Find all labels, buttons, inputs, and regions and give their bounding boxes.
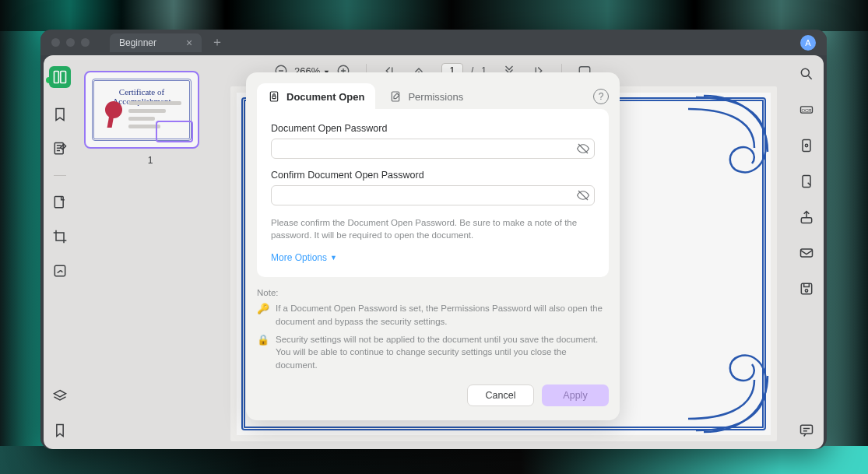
- cancel-button[interactable]: Cancel: [467, 384, 534, 406]
- tab-document-open[interactable]: Document Open: [257, 83, 375, 110]
- confirm-password-label: Confirm Document Open Password: [271, 170, 595, 181]
- tab-title: Beginner: [119, 37, 156, 48]
- note-text-2: Security settings will not be applied to…: [276, 333, 609, 372]
- confirm-password-input[interactable]: [271, 185, 595, 205]
- permissions-icon: [389, 90, 402, 103]
- new-tab-button[interactable]: ＋: [211, 34, 223, 51]
- more-options-toggle[interactable]: More Options ▼: [271, 252, 595, 263]
- password-helper-text: Please confirm the Document Open Passwor…: [271, 216, 595, 241]
- apply-button[interactable]: Apply: [542, 384, 609, 406]
- security-dialog: Document Open Permissions ? Document Ope…: [246, 72, 620, 420]
- show-password-icon[interactable]: [576, 142, 590, 156]
- traffic-close[interactable]: [51, 38, 60, 47]
- note-heading: Note:: [257, 288, 609, 297]
- tab-permissions[interactable]: Permissions: [378, 83, 474, 110]
- svg-rect-19: [270, 92, 277, 101]
- svg-rect-20: [272, 96, 276, 98]
- password-label: Document Open Password: [271, 123, 595, 134]
- traffic-max[interactable]: [81, 38, 90, 47]
- workspace: OCR 266% ▼ / 1: [44, 55, 824, 449]
- show-password-icon[interactable]: [576, 188, 590, 202]
- app-window: Beginner × ＋ A OCR: [40, 30, 827, 449]
- avatar-letter: A: [805, 38, 810, 47]
- key-icon: 🔑: [257, 302, 269, 328]
- note-text-1: If a Document Open Password is set, the …: [276, 302, 609, 328]
- titlebar: Beginner × ＋ A: [40, 30, 827, 55]
- avatar[interactable]: A: [800, 35, 816, 51]
- chevron-down-icon: ▼: [330, 254, 337, 262]
- password-input[interactable]: [271, 139, 595, 159]
- lock-page-icon: [268, 90, 280, 103]
- traffic-min[interactable]: [66, 38, 75, 47]
- tab-close-icon[interactable]: ×: [186, 37, 192, 48]
- help-button[interactable]: ?: [593, 89, 609, 104]
- lock-icon: 🔒: [257, 333, 269, 372]
- document-tab[interactable]: Beginner ×: [110, 33, 202, 52]
